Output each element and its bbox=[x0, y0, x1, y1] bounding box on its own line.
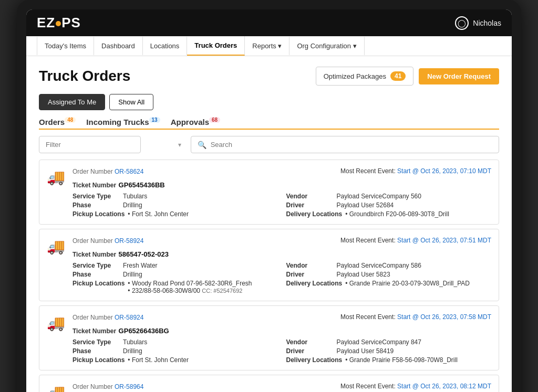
nav-locations[interactable]: Locations bbox=[143, 37, 188, 55]
optimized-packages-badge: 41 bbox=[390, 71, 406, 81]
order-number-container: Order Number OR-58964 bbox=[73, 382, 143, 391]
truck-icon: 🚚 bbox=[47, 236, 65, 255]
phase-row: Phase Drilling bbox=[73, 347, 278, 355]
most-recent-link[interactable]: Start @ Oct 26, 2023, 08:12 MDT bbox=[397, 383, 491, 390]
delivery-list: Grande Prairie F58-56-098-70W8_Drill bbox=[345, 356, 458, 364]
filter-input[interactable] bbox=[39, 136, 141, 153]
ticket-number-value: 586547-052-023 bbox=[119, 250, 169, 258]
main-content: Truck Orders Optimized Packages 41 New O… bbox=[26, 56, 512, 392]
orders-list: 🚚 Order Number OR-58624 Most Recent Even… bbox=[39, 160, 499, 392]
order-number-container: Order Number OR-58924 bbox=[73, 312, 143, 322]
search-icon: 🔍 bbox=[198, 141, 206, 149]
order-card-header: Order Number OR-58624 Most Recent Event:… bbox=[73, 166, 491, 176]
most-recent-link[interactable]: Start @ Oct 26, 2023, 07:58 MDT bbox=[397, 313, 491, 321]
order-card-header: Order Number OR-58964 Most Recent Event:… bbox=[73, 382, 491, 391]
order-number-label: Order Number bbox=[73, 314, 115, 321]
user-name: Nicholas bbox=[473, 19, 501, 27]
order-number-link[interactable]: OR-58624 bbox=[115, 168, 143, 175]
list-item: Grande Prairie 20-03-079-30W8_Drill_PAD bbox=[345, 280, 470, 287]
most-recent-link[interactable]: Start @ Oct 26, 2023, 07:10 MDT bbox=[397, 167, 491, 175]
truck-icon: 🚚 bbox=[47, 382, 65, 392]
order-number-container: Order Number OR-58924 bbox=[73, 236, 143, 245]
page-header: Truck Orders Optimized Packages 41 New O… bbox=[39, 67, 499, 86]
user-avatar: ◯ bbox=[455, 16, 469, 30]
table-row: 🚚 Order Number OR-58924 Most Recent Even… bbox=[39, 229, 499, 301]
nav-todays-items[interactable]: Today's Items bbox=[37, 37, 94, 55]
pickup-list: Woody Road Pond 07-96-582-30R6_Fresh 232… bbox=[128, 280, 252, 294]
driver-row: Driver Payload User 58419 bbox=[286, 347, 492, 355]
orders-badge: 48 bbox=[65, 117, 76, 123]
delivery-locations-row: Delivery Locations Grande Prairie F58-56… bbox=[286, 356, 492, 364]
driver-row: Driver Payload User 5823 bbox=[286, 271, 492, 278]
truck-icon: 🚚 bbox=[47, 166, 65, 186]
vendor-row: Vendor Payload ServiceCompany 586 bbox=[286, 262, 492, 269]
table-row: 🚚 Order Number OR-58964 Most Recent Even… bbox=[39, 375, 499, 392]
order-card-content: Order Number OR-58924 Most Recent Event:… bbox=[73, 236, 491, 294]
service-type-row: Service Type Tubulars bbox=[73, 193, 278, 200]
pickup-locations-row: Pickup Locations Woody Road Pond 07-96-5… bbox=[73, 280, 278, 294]
most-recent-link[interactable]: Start @ Oct 26, 2023, 07:51 MDT bbox=[397, 237, 491, 244]
main-nav: Today's Items Dashboard Locations Truck … bbox=[26, 36, 512, 56]
ticket-number-label: Ticket Number bbox=[73, 327, 116, 335]
filter-chevron-icon: ▾ bbox=[178, 141, 181, 149]
page-title: Truck Orders bbox=[39, 68, 130, 84]
pickup-locations-row: Pickup Locations Fort St. John Center bbox=[73, 210, 278, 218]
order-number-link[interactable]: OR-58924 bbox=[115, 314, 143, 321]
vendor-row: Vendor Payload ServiceCompany 847 bbox=[286, 338, 492, 346]
ticket-number-label: Ticket Number bbox=[73, 182, 116, 189]
view-tab-buttons: Assigned To Me Show All bbox=[39, 94, 499, 110]
search-input[interactable] bbox=[211, 141, 492, 149]
most-recent-event: Most Recent Event: Start @ Oct 26, 2023,… bbox=[340, 313, 491, 321]
order-card-header: Order Number OR-58924 Most Recent Event:… bbox=[73, 236, 491, 245]
orders-tabs: Orders48 Incoming Trucks13 Approvals68 bbox=[39, 118, 499, 130]
driver-row: Driver Payload User 52684 bbox=[286, 202, 492, 209]
order-details-grid: Service Type Fresh Water Vendor Payload … bbox=[73, 262, 491, 294]
user-info: ◯ Nicholas bbox=[455, 16, 501, 30]
order-card-content: Order Number OR-58924 Most Recent Event:… bbox=[73, 312, 491, 364]
ticket-number-label: Ticket Number bbox=[73, 251, 116, 258]
app-header: EZPS ◯ Nicholas bbox=[26, 9, 512, 36]
order-number-container: Order Number OR-58624 bbox=[73, 166, 143, 176]
list-item: Woody Road Pond 07-96-582-30R6_Fresh bbox=[128, 280, 252, 287]
vendor-row: Vendor Payload ServiceCompany 560 bbox=[286, 193, 492, 200]
pickup-locations-row: Pickup Locations Fort St. John Center bbox=[73, 356, 278, 364]
order-number-label: Order Number bbox=[73, 237, 115, 245]
nav-reports[interactable]: Reports ▾ bbox=[245, 37, 289, 55]
order-details-grid: Service Type Tubulars Vendor Payload Ser… bbox=[73, 193, 491, 218]
pickup-list: Fort St. John Center bbox=[128, 356, 189, 364]
phase-row: Phase Drilling bbox=[73, 202, 278, 209]
filter-row: ▾ 🔍 bbox=[39, 136, 499, 153]
nav-truck-orders[interactable]: Truck Orders bbox=[187, 36, 245, 56]
optimized-packages-label: Optimized Packages bbox=[324, 72, 386, 80]
order-details-grid: Service Type Tubulars Vendor Payload Ser… bbox=[73, 338, 491, 364]
ticket-number-value: GP6545436BB bbox=[119, 181, 165, 189]
delivery-list: Grande Prairie 20-03-079-30W8_Drill_PAD bbox=[345, 280, 470, 287]
phase-row: Phase Drilling bbox=[73, 271, 278, 278]
list-item: Grande Prairie F58-56-098-70W8_Drill bbox=[345, 356, 458, 364]
order-card-header: Order Number OR-58924 Most Recent Event:… bbox=[73, 312, 491, 322]
order-card-content: Order Number OR-58964 Most Recent Event:… bbox=[73, 382, 491, 392]
delivery-locations-row: Delivery Locations Grande Prairie 20-03-… bbox=[286, 280, 492, 294]
header-actions: Optimized Packages 41 New Order Request bbox=[316, 67, 499, 86]
show-all-button[interactable]: Show All bbox=[109, 94, 153, 110]
list-item: Fort St. John Center bbox=[128, 356, 189, 364]
order-number-link[interactable]: OR-58924 bbox=[115, 237, 143, 245]
nav-dashboard[interactable]: Dashboard bbox=[94, 37, 143, 55]
list-item: 232/88-58-068-30W8/00 CC: #52547692 bbox=[128, 287, 252, 294]
order-number-label: Order Number bbox=[73, 168, 115, 175]
table-row: 🚚 Order Number OR-58624 Most Recent Even… bbox=[39, 160, 499, 225]
order-card-content: Order Number OR-58624 Most Recent Event:… bbox=[73, 166, 491, 218]
optimized-packages-button[interactable]: Optimized Packages 41 bbox=[316, 67, 414, 86]
tab-approvals[interactable]: Approvals68 bbox=[171, 118, 220, 126]
nav-org-config[interactable]: Org Configuration ▾ bbox=[289, 37, 364, 55]
tab-orders[interactable]: Orders48 bbox=[39, 118, 76, 126]
most-recent-event: Most Recent Event: Start @ Oct 26, 2023,… bbox=[340, 237, 491, 244]
search-box: 🔍 bbox=[191, 136, 499, 153]
truck-icon: 🚚 bbox=[47, 312, 65, 332]
most-recent-event: Most Recent Event: Start @ Oct 26, 2023,… bbox=[340, 167, 491, 175]
new-order-request-button[interactable]: New Order Request bbox=[419, 68, 499, 84]
pickup-list: Fort St. John Center bbox=[128, 210, 189, 218]
tab-incoming-trucks[interactable]: Incoming Trucks13 bbox=[86, 118, 160, 126]
order-number-link[interactable]: OR-58964 bbox=[115, 383, 143, 390]
assigned-to-me-button[interactable]: Assigned To Me bbox=[39, 94, 105, 110]
